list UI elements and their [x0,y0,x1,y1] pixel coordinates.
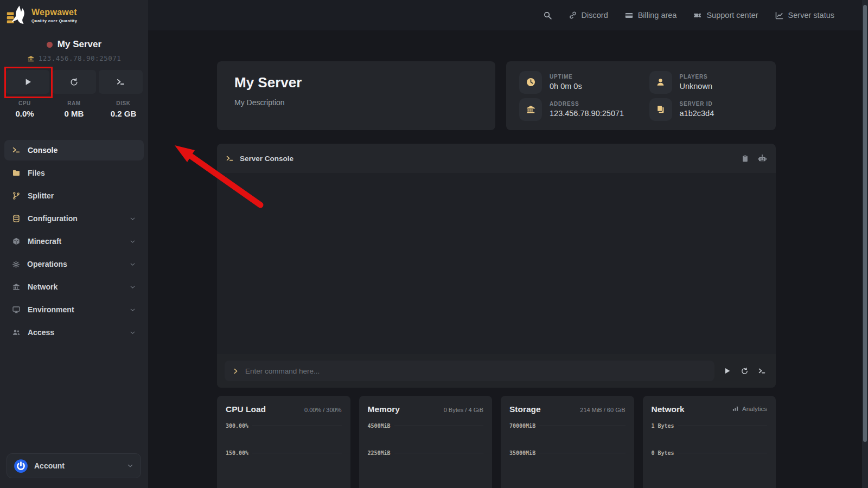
sidebar-item-label: Minecraft [28,237,61,246]
restart-icon [69,78,79,87]
search-icon[interactable] [543,11,552,20]
metrics-row: CPU Load 0.00% / 300% 300.00% 150.00% Me… [217,396,776,488]
analytics-label: Analytics [742,406,767,412]
account-menu[interactable]: Account [7,453,141,478]
terminal-icon [12,146,21,155]
page-title: My Server [234,74,478,91]
link-icon [569,11,577,20]
nav-support-center[interactable]: Support center [693,11,758,20]
console-mode-button[interactable] [99,70,143,94]
chevron-down-icon [129,284,136,291]
sidebar-item-console[interactable]: Console [4,140,144,160]
chart-line-icon [775,11,784,20]
chevron-right-icon [232,368,239,375]
metric-current-value: 0.00% / 300% [304,407,342,413]
server-head: My Server 123.456.78.90:25071 [0,39,148,62]
bank-icon [27,55,35,62]
stat-disk-label: DISK [99,100,148,106]
bank-icon [519,98,542,121]
server-name: My Server [58,39,101,50]
scrollbar-track [862,0,868,488]
sidebar-item-network[interactable]: Network [4,277,144,297]
sidebar-item-files[interactable]: Files [4,163,144,183]
console-header: Server Console [217,144,776,173]
axis-tick-label: 150.00% [226,450,248,456]
info-label: UPTIME [550,74,582,80]
stat-ram-value: 0 MB [49,109,99,118]
sidebar-item-label: Splitter [28,191,54,200]
info-value: 123.456.78.90:25071 [550,109,624,118]
credit-card-icon [624,11,634,20]
sidebar-item-configuration[interactable]: Configuration [4,208,144,229]
sidebar-item-environment[interactable]: Environment [4,299,144,320]
command-input-wrap [225,361,714,381]
console-output[interactable] [217,173,776,354]
chevron-down-icon [129,306,136,313]
nav-label: Support center [706,11,758,20]
restart-icon[interactable] [741,367,749,375]
server-status-dot [47,42,53,48]
copy-icon [649,98,672,121]
server-console-card: Server Console [217,144,776,388]
brand-tagline: Quality over Quantity [31,18,77,23]
users-icon [12,328,21,337]
network-chart: 1 Bytes 0 Bytes [652,422,768,457]
stat-cpu-label: CPU [0,100,49,106]
scrollbar-thumb[interactable] [863,5,867,442]
start-server-button[interactable] [5,70,49,94]
nav-billing-area[interactable]: Billing area [624,11,677,20]
monitor-icon [12,305,21,314]
play-icon [23,77,33,87]
sidebar-item-access[interactable]: Access [4,322,144,343]
axis-tick-label: 2250MiB [368,450,391,456]
restart-server-button[interactable] [52,70,96,94]
info-value: a1b2c3d4 [680,109,714,118]
server-info-card: UPTIME 0h 0m 0s PLAYERS Unknown ADDRESS [506,61,776,130]
sidebar-item-minecraft[interactable]: Minecraft [4,231,144,252]
chevron-down-icon [129,329,136,336]
metric-current-value: 214 MiB / 60 GiB [580,407,625,413]
analytics-link[interactable]: Analytics [732,405,767,412]
nav-label: Billing area [638,11,677,20]
sidebar-item-label: Environment [28,305,74,314]
user-icon [649,71,672,94]
memory-chart: 4500MiB 2250MiB [368,422,484,457]
terminal-icon[interactable] [758,367,766,375]
info-uptime: UPTIME 0h 0m 0s [519,71,633,94]
main-area: My Server My Description UPTIME 0h 0m 0s… [148,30,868,488]
sidebar-item-label: Console [28,146,58,155]
info-label: PLAYERS [680,74,712,80]
nav-server-status[interactable]: Server status [775,11,834,20]
sidebar-item-operations[interactable]: Operations [4,254,144,274]
stat-ram: RAM 0 MB [49,100,99,118]
info-label: SERVER ID [680,101,714,107]
power-icon [14,459,28,473]
sidebar-item-label: Operations [27,260,67,268]
cube-icon [12,237,21,246]
folder-icon [12,169,21,177]
brand-logo[interactable]: Wepwawet Quality over Quantity [0,0,148,30]
info-players: PLAYERS Unknown [649,71,763,94]
sidebar-item-splitter[interactable]: Splitter [4,185,144,206]
clipboard-icon[interactable] [741,155,749,163]
axis-tick-label: 300.00% [226,423,248,429]
play-icon[interactable] [723,367,731,375]
memory-card: Memory 0 Bytes / 4 GiB 4500MiB 2250MiB [359,396,493,488]
chevron-down-icon [129,215,136,222]
info-address: ADDRESS 123.456.78.90:25071 [519,98,633,121]
topbar: Discord Billing area Support center Serv… [148,0,868,30]
nav-label: Server status [788,11,834,20]
bar-chart-icon [732,405,739,412]
sidebar-menu: Console Files Splitter Configuration Min… [4,140,144,343]
brand-name: Wepwawet [31,8,77,17]
stat-disk-value: 0.2 GB [99,109,148,118]
sidebar: Wepwawet Quality over Quantity My Server… [0,0,148,488]
power-button-row [5,70,143,94]
stat-ram-label: RAM [49,100,99,106]
robot-icon[interactable] [757,153,767,163]
bank-icon [12,282,21,291]
axis-tick-label: 4500MiB [368,423,391,429]
info-server-id: SERVER ID a1b2c3d4 [649,98,763,121]
nav-discord[interactable]: Discord [569,11,608,20]
command-input[interactable] [245,367,707,375]
